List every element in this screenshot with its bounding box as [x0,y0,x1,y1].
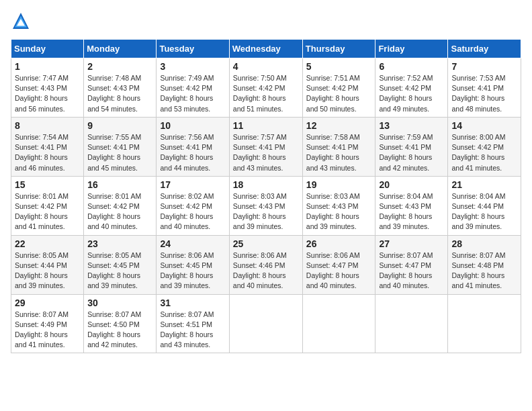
day-info: Sunrise: 8:07 AMSunset: 4:51 PMDaylight:… [160,310,225,351]
day-number: 5 [306,61,372,72]
day-cell: 16 Sunrise: 8:01 AMSunset: 4:42 PMDaylig… [84,176,157,235]
day-info: Sunrise: 8:03 AMSunset: 4:43 PMDaylight:… [233,191,299,232]
header-day-friday: Friday [375,40,448,58]
day-info: Sunrise: 7:56 AMSunset: 4:41 PMDaylight:… [160,132,225,173]
day-info: Sunrise: 8:06 AMSunset: 4:47 PMDaylight:… [306,250,372,291]
header-day-wednesday: Wednesday [229,40,302,58]
day-number: 18 [233,179,299,190]
week-row-3: 15 Sunrise: 8:01 AMSunset: 4:42 PMDaylig… [11,176,521,235]
day-number: 10 [160,120,225,131]
day-cell: 5 Sunrise: 7:51 AMSunset: 4:42 PMDayligh… [302,58,375,118]
day-number: 29 [15,298,80,308]
day-cell: 7 Sunrise: 7:53 AMSunset: 4:41 PMDayligh… [448,58,521,118]
day-cell: 19 Sunrise: 8:03 AMSunset: 4:43 PMDaylig… [302,176,375,235]
logo-icon [11,11,31,31]
day-number: 16 [87,179,152,190]
day-info: Sunrise: 8:01 AMSunset: 4:42 PMDaylight:… [15,191,80,232]
day-cell: 18 Sunrise: 8:03 AMSunset: 4:43 PMDaylig… [229,176,302,235]
day-cell: 26 Sunrise: 8:06 AMSunset: 4:47 PMDaylig… [302,235,375,294]
day-info: Sunrise: 8:00 AMSunset: 4:42 PMDaylight:… [451,132,517,173]
day-number: 4 [233,61,299,72]
day-info: Sunrise: 8:07 AMSunset: 4:50 PMDaylight:… [87,310,152,351]
day-number: 15 [15,179,80,190]
week-row-2: 8 Sunrise: 7:54 AMSunset: 4:41 PMDayligh… [11,117,521,176]
day-number: 21 [451,179,517,190]
day-info: Sunrise: 7:51 AMSunset: 4:42 PMDaylight:… [306,73,372,114]
day-number: 22 [15,238,80,249]
day-info: Sunrise: 7:53 AMSunset: 4:41 PMDaylight:… [451,73,517,114]
day-cell: 2 Sunrise: 7:48 AMSunset: 4:43 PMDayligh… [84,58,157,118]
day-number: 31 [160,298,225,308]
day-number: 1 [15,61,80,72]
day-info: Sunrise: 7:48 AMSunset: 4:43 PMDaylight:… [87,73,152,114]
day-number: 3 [160,61,225,72]
day-cell: 23 Sunrise: 8:05 AMSunset: 4:45 PMDaylig… [84,235,157,294]
day-cell [375,294,448,353]
day-info: Sunrise: 8:04 AMSunset: 4:44 PMDaylight:… [451,191,517,232]
day-info: Sunrise: 7:55 AMSunset: 4:41 PMDaylight:… [87,132,152,173]
day-cell: 20 Sunrise: 8:04 AMSunset: 4:43 PMDaylig… [375,176,448,235]
day-number: 7 [451,61,517,72]
day-info: Sunrise: 8:07 AMSunset: 4:48 PMDaylight:… [451,250,517,291]
calendar-table: SundayMondayTuesdayWednesdayThursdayFrid… [11,39,521,353]
week-row-4: 22 Sunrise: 8:05 AMSunset: 4:44 PMDaylig… [11,235,521,294]
day-number: 2 [87,61,152,72]
day-number: 19 [306,179,372,190]
day-info: Sunrise: 8:06 AMSunset: 4:45 PMDaylight:… [160,250,225,291]
day-info: Sunrise: 7:49 AMSunset: 4:42 PMDaylight:… [160,73,225,114]
day-info: Sunrise: 8:04 AMSunset: 4:43 PMDaylight:… [379,191,444,232]
day-number: 9 [87,120,152,131]
day-cell [448,294,521,353]
day-number: 6 [379,61,444,72]
header-day-saturday: Saturday [448,40,521,58]
day-info: Sunrise: 8:02 AMSunset: 4:42 PMDaylight:… [160,191,225,232]
day-number: 14 [451,120,517,131]
day-cell: 6 Sunrise: 7:52 AMSunset: 4:42 PMDayligh… [375,58,448,118]
header-day-tuesday: Tuesday [157,40,229,58]
day-number: 24 [160,238,225,249]
day-number: 23 [87,238,152,249]
day-number: 30 [87,298,152,308]
day-cell: 13 Sunrise: 7:59 AMSunset: 4:41 PMDaylig… [375,117,448,176]
day-cell: 1 Sunrise: 7:47 AMSunset: 4:43 PMDayligh… [11,58,84,118]
day-cell: 22 Sunrise: 8:05 AMSunset: 4:44 PMDaylig… [11,235,84,294]
day-cell: 12 Sunrise: 7:58 AMSunset: 4:41 PMDaylig… [302,117,375,176]
week-row-5: 29 Sunrise: 8:07 AMSunset: 4:49 PMDaylig… [11,294,521,353]
day-cell: 9 Sunrise: 7:55 AMSunset: 4:41 PMDayligh… [84,117,157,176]
day-cell: 28 Sunrise: 8:07 AMSunset: 4:48 PMDaylig… [448,235,521,294]
header-day-monday: Monday [84,40,157,58]
header-row: SundayMondayTuesdayWednesdayThursdayFrid… [11,40,521,58]
day-info: Sunrise: 8:07 AMSunset: 4:49 PMDaylight:… [15,310,80,351]
week-row-1: 1 Sunrise: 7:47 AMSunset: 4:43 PMDayligh… [11,58,521,118]
day-info: Sunrise: 8:05 AMSunset: 4:45 PMDaylight:… [87,250,152,291]
day-cell: 30 Sunrise: 8:07 AMSunset: 4:50 PMDaylig… [84,294,157,353]
day-number: 26 [306,238,372,249]
day-number: 27 [379,238,444,249]
day-info: Sunrise: 7:52 AMSunset: 4:42 PMDaylight:… [379,73,444,114]
calendar-header: SundayMondayTuesdayWednesdayThursdayFrid… [11,40,521,58]
calendar-body: 1 Sunrise: 7:47 AMSunset: 4:43 PMDayligh… [11,58,521,353]
day-info: Sunrise: 8:01 AMSunset: 4:42 PMDaylight:… [87,191,152,232]
day-info: Sunrise: 8:03 AMSunset: 4:43 PMDaylight:… [306,191,372,232]
day-info: Sunrise: 7:58 AMSunset: 4:41 PMDaylight:… [306,132,372,173]
page-header [11,11,521,31]
day-cell: 17 Sunrise: 8:02 AMSunset: 4:42 PMDaylig… [157,176,229,235]
day-number: 20 [379,179,444,190]
day-cell: 10 Sunrise: 7:56 AMSunset: 4:41 PMDaylig… [157,117,229,176]
day-info: Sunrise: 8:06 AMSunset: 4:46 PMDaylight:… [233,250,299,291]
day-info: Sunrise: 7:59 AMSunset: 4:41 PMDaylight:… [379,132,444,173]
header-day-thursday: Thursday [302,40,375,58]
day-info: Sunrise: 8:07 AMSunset: 4:47 PMDaylight:… [379,250,444,291]
day-cell [229,294,302,353]
day-cell: 24 Sunrise: 8:06 AMSunset: 4:45 PMDaylig… [157,235,229,294]
day-cell: 25 Sunrise: 8:06 AMSunset: 4:46 PMDaylig… [229,235,302,294]
day-number: 11 [233,120,299,131]
day-cell: 27 Sunrise: 8:07 AMSunset: 4:47 PMDaylig… [375,235,448,294]
day-info: Sunrise: 7:57 AMSunset: 4:41 PMDaylight:… [233,132,299,173]
day-number: 28 [451,238,517,249]
day-cell: 15 Sunrise: 8:01 AMSunset: 4:42 PMDaylig… [11,176,84,235]
day-cell: 3 Sunrise: 7:49 AMSunset: 4:42 PMDayligh… [157,58,229,118]
day-number: 8 [15,120,80,131]
header-day-sunday: Sunday [11,40,84,58]
day-info: Sunrise: 8:05 AMSunset: 4:44 PMDaylight:… [15,250,80,291]
